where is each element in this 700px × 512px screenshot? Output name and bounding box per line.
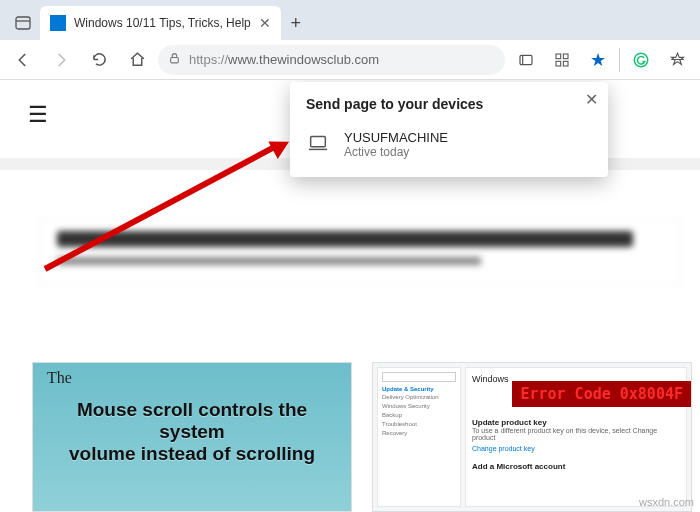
popup-title: Send page to your devices — [306, 96, 592, 112]
device-name: YUSUFMACHINE — [344, 130, 448, 145]
svg-rect-11 — [311, 137, 326, 147]
svg-rect-6 — [563, 54, 568, 59]
new-tab-button[interactable]: + — [281, 6, 311, 40]
ad-banner[interactable] — [40, 220, 680, 284]
address-bar[interactable]: https://www.thewindowsclub.com — [158, 45, 505, 75]
lock-icon — [168, 52, 181, 68]
article-card[interactable]: Update & Security Delivery Optimization … — [372, 362, 692, 512]
svg-rect-0 — [16, 17, 30, 29]
collections-icon[interactable] — [545, 43, 579, 77]
send-to-devices-popup: ✕ Send page to your devices YUSUFMACHINE… — [290, 82, 608, 177]
browser-tab[interactable]: Windows 10/11 Tips, Tricks, Help ✕ — [40, 6, 281, 40]
page-content: ☰ The Mouse scroll controls the system v… — [0, 80, 700, 512]
favorites-toggle-icon[interactable] — [660, 43, 694, 77]
reload-button[interactable] — [82, 43, 116, 77]
laptop-icon — [306, 130, 330, 154]
svg-rect-8 — [563, 61, 568, 66]
site-menu-button[interactable]: ☰ — [28, 102, 48, 128]
favicon-icon — [50, 15, 66, 31]
close-button[interactable]: ✕ — [585, 90, 598, 109]
tab-actions-icon[interactable] — [6, 6, 40, 40]
article-title: Mouse scroll controls the system volume … — [43, 399, 341, 465]
device-status: Active today — [344, 145, 448, 159]
watermark: wsxdn.com — [639, 496, 694, 508]
error-code-overlay: Error Code 0x8004F — [512, 381, 691, 407]
tab-title: Windows 10/11 Tips, Tricks, Help — [74, 16, 251, 30]
svg-rect-2 — [171, 57, 179, 62]
url-text: https://www.thewindowsclub.com — [189, 52, 379, 67]
tab-close-icon[interactable]: ✕ — [259, 15, 271, 31]
device-item[interactable]: YUSUFMACHINE Active today — [306, 126, 592, 163]
search-input — [382, 372, 456, 382]
back-button[interactable] — [6, 43, 40, 77]
svg-rect-5 — [556, 54, 561, 59]
forward-button[interactable] — [44, 43, 78, 77]
article-card[interactable]: The Mouse scroll controls the system vol… — [32, 362, 352, 512]
reader-mode-icon[interactable] — [509, 43, 543, 77]
thumbnail-logo: The — [47, 369, 72, 387]
extension-grammarly-icon[interactable] — [624, 43, 658, 77]
svg-rect-7 — [556, 61, 561, 66]
divider — [619, 48, 620, 72]
svg-rect-3 — [520, 55, 532, 64]
settings-sidebar: Update & Security Delivery Optimization … — [377, 367, 461, 507]
home-button[interactable] — [120, 43, 154, 77]
favorite-button[interactable]: ★ — [581, 43, 615, 77]
